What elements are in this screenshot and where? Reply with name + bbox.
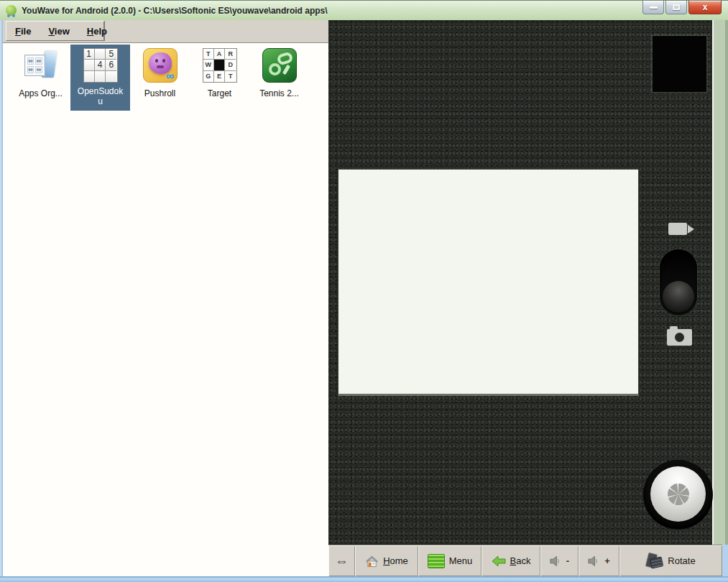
aperture-icon <box>664 480 693 509</box>
back-button[interactable]: Back <box>482 545 540 576</box>
back-arrow-icon <box>492 555 506 567</box>
menu-group: File View Help <box>6 21 105 41</box>
menu-label: Menu <box>449 555 473 566</box>
camera-status-black-area <box>653 36 706 92</box>
app-tile-target[interactable]: T A R W D G E T Target <box>190 45 249 98</box>
shutter-button[interactable] <box>650 466 706 522</box>
maximize-button[interactable] <box>665 1 687 14</box>
app-tile-pushroll[interactable]: ∞ Pushroll <box>130 45 190 98</box>
resize-arrows-icon: ⇔ <box>335 553 349 569</box>
back-accesskey: B <box>510 555 517 566</box>
sudoku-cell <box>106 71 116 82</box>
rotate-device-icon <box>646 553 663 570</box>
sudoku-cell <box>84 71 95 82</box>
racket-handle <box>282 65 290 75</box>
window-controls: x <box>641 1 722 14</box>
target-cell: D <box>225 60 236 70</box>
sudoku-cell <box>95 71 106 82</box>
target-cell: T <box>225 71 236 82</box>
target-cell: E <box>214 71 225 82</box>
app-label: OpenSudok u <box>78 87 123 107</box>
menu-help[interactable]: Help <box>78 26 116 37</box>
youwave-window: YouWave for Android (2.0.0) - C:\Users\S… <box>0 0 728 582</box>
home-button[interactable]: Home <box>355 545 418 576</box>
menu-stack-icon <box>428 554 445 568</box>
app-label: Pushroll <box>144 88 175 98</box>
menu-view[interactable]: View <box>40 26 78 37</box>
back-label: Back <box>510 555 531 566</box>
target-cell: A <box>214 49 225 60</box>
camera-mode-toggle[interactable] <box>660 249 697 315</box>
grid-dot-cell <box>27 57 34 65</box>
photo-mode-icon <box>667 329 692 346</box>
youwave-android-logo-icon <box>6 5 17 16</box>
video-mode-icon <box>668 223 694 235</box>
app-list-panel: Apps Org... 1 5 4 6 <box>3 43 328 576</box>
home-label: Home <box>383 555 408 566</box>
toggle-knob[interactable] <box>663 281 694 313</box>
menu-view-rest: iew <box>55 26 70 37</box>
shutter-well <box>643 460 713 530</box>
rotate-button[interactable]: Rotate <box>619 545 722 576</box>
close-icon: x <box>703 3 708 11</box>
sudoku-cell: 4 <box>95 60 106 70</box>
close-button[interactable]: x <box>688 1 722 14</box>
target-cell: T <box>203 49 214 60</box>
maximize-icon <box>673 4 680 10</box>
minimize-button[interactable] <box>642 1 664 14</box>
target-grid: T A R W D G E T <box>203 48 237 83</box>
window-border-right <box>712 20 728 545</box>
menu-view-accesskey: V <box>48 26 54 37</box>
volume-down-button[interactable]: - <box>540 545 579 576</box>
tennis-icon <box>262 48 297 83</box>
app-tile-tennis[interactable]: Tennis 2... <box>249 45 309 98</box>
apps-row: Apps Org... 1 5 4 6 <box>3 43 328 111</box>
volume-up-button[interactable]: + <box>579 545 619 576</box>
rotate-label: Rotate <box>668 555 695 566</box>
pushroll-art: ∞ <box>143 48 178 83</box>
home-accesskey: H <box>383 555 390 566</box>
titlebar[interactable]: YouWave for Android (2.0.0) - C:\Users\S… <box>0 0 728 20</box>
camera-viewfinder[interactable] <box>338 169 639 396</box>
app-tile-opensudoku-selected[interactable]: 1 5 4 6 OpenSudok u <box>70 45 130 111</box>
emulator-toolbar: ⇔ Home Menu Back - <box>328 545 722 576</box>
opensudoku-icon: 1 5 4 6 <box>83 48 118 83</box>
menu-help-rest: elp <box>93 26 107 37</box>
android-camera-screen <box>328 20 712 545</box>
target-cell: R <box>225 49 236 60</box>
sudoku-cell <box>84 60 95 70</box>
grid-dot-cell <box>35 57 42 65</box>
menu-file[interactable]: File <box>6 26 40 37</box>
window-border-right-bottom <box>722 545 728 576</box>
minimize-icon <box>650 6 658 9</box>
home-icon <box>365 555 379 568</box>
app-label: Target <box>208 88 231 98</box>
app-label: Apps Org... <box>19 88 63 98</box>
sudoku-cell <box>95 49 106 60</box>
back-rest: ack <box>516 555 530 566</box>
grid-dot-cell <box>27 66 34 73</box>
menu-button[interactable]: Menu <box>418 545 482 576</box>
menu-help-accesskey: H <box>87 26 93 37</box>
target-cell: G <box>203 71 214 82</box>
sudoku-cell: 6 <box>106 60 116 70</box>
sudoku-cell: 5 <box>106 49 116 60</box>
pushroll-icon: ∞ <box>143 48 178 83</box>
apps-organizer-icon <box>24 48 58 83</box>
app-label-line2: u <box>78 97 123 107</box>
volume-up-label: + <box>604 555 610 566</box>
menubar: File View Help <box>3 20 328 43</box>
menu-file-rest: ile <box>21 26 31 37</box>
device-shape-tilted <box>650 556 664 568</box>
menu-file-accesskey: F <box>15 26 21 37</box>
app-tile-apps-organizer[interactable]: Apps Org... <box>11 45 70 98</box>
blob-mouth <box>157 65 164 68</box>
resize-button[interactable]: ⇔ <box>328 545 355 576</box>
racket-shape <box>269 63 281 75</box>
infinity-glyph: ∞ <box>166 70 174 82</box>
app-label-line1: OpenSudok <box>78 87 123 97</box>
target-cell-dark <box>214 60 225 70</box>
sudoku-cell: 1 <box>84 49 95 60</box>
blob-eye <box>162 59 165 63</box>
sudoku-grid: 1 5 4 6 <box>83 48 118 83</box>
